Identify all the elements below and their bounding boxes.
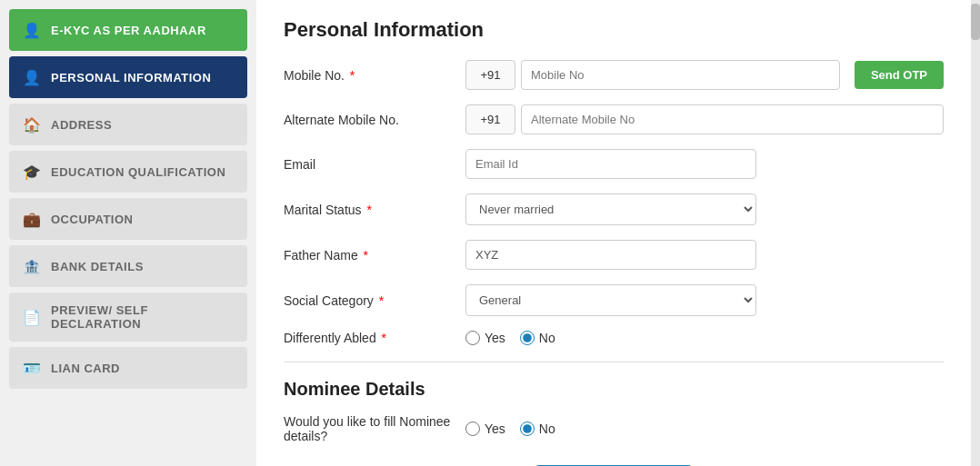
marital-label: Marital Status * [284, 203, 465, 217]
marital-row: Marital Status * Never married Married D… [284, 193, 944, 225]
alt-mobile-row: Alternate Mobile No. +91 [284, 104, 944, 134]
nominee-section-title: Nominee Details [284, 379, 944, 400]
alt-mobile-input[interactable] [521, 104, 944, 134]
social-row: Social Category * General OBC SC ST [284, 284, 944, 316]
sidebar-item-bank[interactable]: 🏦 BANK DETAILS [9, 245, 247, 287]
differently-abled-no-radio[interactable] [520, 331, 535, 345]
nominee-no-label[interactable]: No [520, 421, 555, 436]
sidebar-item-ekyc[interactable]: 👤 E-KYC AS PER AADHAAR [9, 9, 247, 51]
father-control [465, 240, 756, 270]
personal-icon: 👤 [22, 67, 42, 87]
nominee-no-radio[interactable] [520, 421, 535, 436]
mobile-group: +91 Send OTP [465, 60, 944, 90]
differently-abled-row: Differently Abled * Yes No [284, 331, 944, 345]
sidebar-item-address-label: ADDRESS [51, 118, 112, 132]
send-otp-button[interactable]: Send OTP [855, 61, 944, 89]
nominee-radio-group: Yes No [465, 421, 555, 436]
father-row: Father Name * [284, 240, 944, 270]
sidebar-item-lian-label: LIAN CARD [51, 362, 120, 375]
mobile-input[interactable] [521, 60, 840, 90]
differently-abled-no-label[interactable]: No [520, 331, 555, 345]
alt-mobile-label: Alternate Mobile No. [284, 113, 465, 127]
nominee-yes-label[interactable]: Yes [465, 421, 505, 436]
sidebar-item-preview-label: PREVIEW/ SELF DECLARATION [51, 303, 235, 331]
main-content: Personal Information Mobile No. * +91 Se… [256, 0, 971, 466]
scrollbar-thumb[interactable] [971, 4, 980, 40]
social-select[interactable]: General OBC SC ST [465, 284, 756, 316]
father-input[interactable] [465, 240, 756, 270]
sidebar-item-personal-label: PERSONAL INFORMATION [51, 71, 211, 84]
bank-icon: 🏦 [22, 256, 42, 276]
nominee-question-label: Would you like to fill Nominee details? [284, 414, 465, 443]
education-icon: 🎓 [22, 162, 42, 182]
differently-abled-radio-group: Yes No [465, 331, 555, 345]
email-control [465, 149, 756, 179]
alt-mobile-group: +91 [465, 104, 944, 134]
page-title: Personal Information [284, 18, 944, 42]
marital-control: Never married Married Divorced Widowed [465, 193, 756, 225]
preview-icon: 📄 [22, 307, 42, 327]
occupation-icon: 💼 [22, 209, 42, 229]
mobile-country-code: +91 [465, 60, 515, 90]
differently-abled-yes-label[interactable]: Yes [465, 331, 505, 345]
ekyc-icon: 👤 [22, 20, 42, 40]
father-label: Father Name * [284, 248, 465, 263]
email-input[interactable] [465, 149, 756, 179]
sidebar-item-ekyc-label: E-KYC AS PER AADHAAR [51, 24, 206, 37]
alt-mobile-country-code: +91 [465, 104, 515, 134]
social-label: Social Category * [284, 293, 465, 308]
email-label: Email [284, 157, 465, 172]
sidebar-item-preview[interactable]: 📄 PREVIEW/ SELF DECLARATION [9, 292, 247, 342]
nominee-row: Would you like to fill Nominee details? … [284, 414, 944, 443]
scrollbar-track[interactable] [971, 0, 980, 466]
differently-abled-yes-radio[interactable] [465, 331, 480, 345]
social-control: General OBC SC ST [465, 284, 756, 316]
address-icon: 🏠 [22, 114, 42, 134]
nominee-yes-radio[interactable] [465, 421, 480, 436]
sidebar-item-education[interactable]: 🎓 EDUCATION QUALIFICATION [9, 151, 247, 193]
sidebar-item-address[interactable]: 🏠 ADDRESS [9, 104, 247, 145]
mobile-row: Mobile No. * +91 Send OTP [284, 60, 944, 90]
sidebar-item-education-label: EDUCATION QUALIFICATION [51, 165, 225, 179]
email-row: Email [284, 149, 944, 179]
sidebar-item-lian[interactable]: 🪪 LIAN CARD [9, 347, 247, 389]
sidebar-item-occupation-label: OCCUPATION [51, 213, 133, 226]
sidebar: 👤 E-KYC AS PER AADHAAR 👤 PERSONAL INFORM… [0, 0, 256, 466]
section-divider [284, 362, 944, 362]
lian-icon: 🪪 [22, 358, 42, 378]
marital-select[interactable]: Never married Married Divorced Widowed [465, 193, 756, 225]
sidebar-item-bank-label: BANK DETAILS [51, 260, 144, 273]
sidebar-item-occupation[interactable]: 💼 OCCUPATION [9, 198, 247, 240]
mobile-label: Mobile No. * [284, 68, 465, 83]
differently-abled-label: Differently Abled * [284, 331, 465, 345]
sidebar-item-personal[interactable]: 👤 PERSONAL INFORMATION [9, 56, 247, 98]
